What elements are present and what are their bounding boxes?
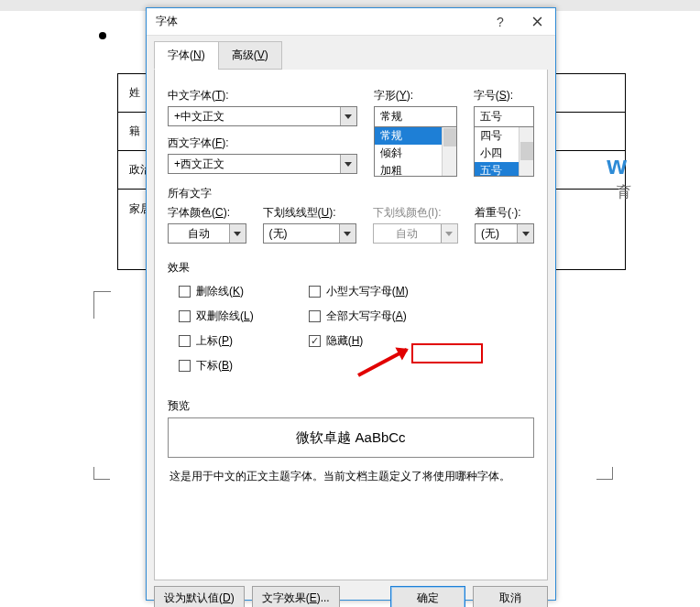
emphasis-combo[interactable]: (无) bbox=[475, 223, 534, 244]
size-value: 五号 bbox=[475, 109, 533, 125]
checkbox-icon bbox=[179, 335, 191, 347]
size-input[interactable]: 五号 bbox=[474, 106, 534, 126]
emphasis-label: 着重号(·): bbox=[475, 205, 534, 221]
bg-watermark-sub: 育 bbox=[617, 183, 631, 202]
font-dialog: 字体 ? 字体(N) 高级(V) 中文字体(T): +中文正文 bbox=[146, 7, 556, 601]
scrollbar[interactable] bbox=[519, 127, 533, 176]
style-label: 字形(Y): bbox=[374, 88, 457, 103]
button-row: 设为默认值(D) 文字效果(E)... 确定 取消 bbox=[147, 580, 555, 607]
titlebar[interactable]: 字体 ? bbox=[147, 8, 555, 36]
set-default-button[interactable]: 设为默认值(D) bbox=[154, 586, 245, 607]
help-button[interactable]: ? bbox=[482, 8, 519, 36]
tabstrip: 字体(N) 高级(V) bbox=[147, 36, 555, 70]
dropdown-button bbox=[441, 224, 457, 243]
preview-box: 微软卓越 AaBbCc bbox=[168, 417, 534, 458]
checkbox-icon bbox=[309, 310, 321, 322]
latin-font-label: 西文字体(F): bbox=[168, 135, 357, 151]
dropdown-button[interactable] bbox=[517, 224, 533, 243]
chevron-down-icon bbox=[345, 162, 352, 167]
checkbox-icon bbox=[179, 360, 191, 372]
check-subscript[interactable]: 下标(B) bbox=[179, 358, 254, 374]
dialog-title: 字体 bbox=[156, 14, 482, 29]
underline-color-combo: 自动 bbox=[373, 223, 458, 244]
check-strikethrough[interactable]: 删除线(K) bbox=[179, 284, 254, 299]
style-value: 常规 bbox=[375, 109, 456, 125]
page-corner-marker bbox=[93, 467, 110, 480]
preview-text: 微软卓越 AaBbCc bbox=[296, 429, 405, 447]
chevron-down-icon bbox=[234, 232, 241, 236]
tab-advanced[interactable]: 高级(V) bbox=[218, 41, 282, 70]
all-text-label: 所有文字 bbox=[168, 186, 534, 201]
dropdown-button[interactable] bbox=[229, 224, 246, 243]
check-double-strikethrough[interactable]: 双删除线(L) bbox=[179, 309, 254, 324]
cn-font-label: 中文字体(T): bbox=[168, 88, 357, 103]
underline-style-combo[interactable]: (无) bbox=[263, 223, 356, 244]
font-color-value: 自动 bbox=[169, 226, 229, 242]
chevron-down-icon bbox=[522, 232, 530, 236]
dropdown-button[interactable] bbox=[339, 224, 355, 243]
ok-button[interactable]: 确定 bbox=[390, 586, 465, 607]
text-effects-button[interactable]: 文字效果(E)... bbox=[252, 586, 340, 607]
style-input[interactable]: 常规 bbox=[374, 106, 457, 126]
font-color-label: 字体颜色(C): bbox=[168, 205, 246, 221]
bg-watermark: w bbox=[607, 151, 627, 180]
size-label: 字号(S): bbox=[474, 88, 534, 103]
cancel-button[interactable]: 取消 bbox=[473, 586, 548, 607]
checkbox-icon bbox=[309, 335, 321, 347]
check-allcaps[interactable]: 全部大写字母(A) bbox=[309, 309, 409, 324]
cn-font-combo[interactable]: +中文正文 bbox=[168, 106, 357, 126]
check-superscript[interactable]: 上标(P) bbox=[179, 333, 254, 349]
tab-font[interactable]: 字体(N) bbox=[154, 41, 219, 70]
underline-color-value: 自动 bbox=[374, 226, 441, 242]
checkbox-icon bbox=[309, 286, 321, 298]
check-hidden[interactable]: 隐藏(H) bbox=[309, 333, 409, 349]
chevron-down-icon bbox=[345, 114, 352, 119]
text-cursor-dot bbox=[99, 32, 106, 39]
chevron-down-icon bbox=[445, 232, 453, 236]
tab-body: 中文字体(T): +中文正文 西文字体(F): +西文正文 字形(Y): bbox=[154, 70, 548, 580]
scrollbar-thumb[interactable] bbox=[520, 142, 533, 160]
close-button[interactable] bbox=[519, 8, 555, 36]
latin-font-combo[interactable]: +西文正文 bbox=[168, 154, 357, 174]
dropdown-button[interactable] bbox=[340, 107, 356, 125]
checkbox-icon bbox=[179, 310, 191, 322]
preview-label: 预览 bbox=[168, 398, 534, 414]
cn-font-value: +中文正文 bbox=[169, 109, 340, 125]
font-color-combo[interactable]: 自动 bbox=[168, 223, 246, 244]
style-listbox[interactable]: 常规 倾斜 加粗 bbox=[374, 126, 457, 177]
highlight-box bbox=[411, 343, 483, 363]
hint-text: 这是用于中文的正文主题字体。当前文档主题定义了将使用哪种字体。 bbox=[170, 469, 532, 484]
scrollbar-thumb[interactable] bbox=[443, 128, 456, 146]
underline-style-label: 下划线线型(U): bbox=[263, 205, 356, 221]
close-icon bbox=[532, 16, 542, 27]
latin-font-value: +西文正文 bbox=[169, 157, 340, 172]
underline-color-label: 下划线颜色(I): bbox=[373, 205, 458, 221]
dropdown-button[interactable] bbox=[340, 155, 356, 173]
emphasis-value: (无) bbox=[476, 226, 517, 242]
page-corner-marker bbox=[93, 291, 110, 319]
effects-label: 效果 bbox=[168, 260, 534, 276]
scrollbar[interactable] bbox=[442, 127, 456, 176]
underline-style-value: (无) bbox=[264, 226, 339, 242]
checkbox-icon bbox=[179, 286, 191, 298]
page-corner-marker bbox=[596, 467, 613, 480]
check-smallcaps[interactable]: 小型大写字母(M) bbox=[309, 284, 409, 299]
size-listbox[interactable]: 四号 小四 五号 bbox=[474, 126, 534, 177]
chevron-down-icon bbox=[344, 232, 351, 236]
